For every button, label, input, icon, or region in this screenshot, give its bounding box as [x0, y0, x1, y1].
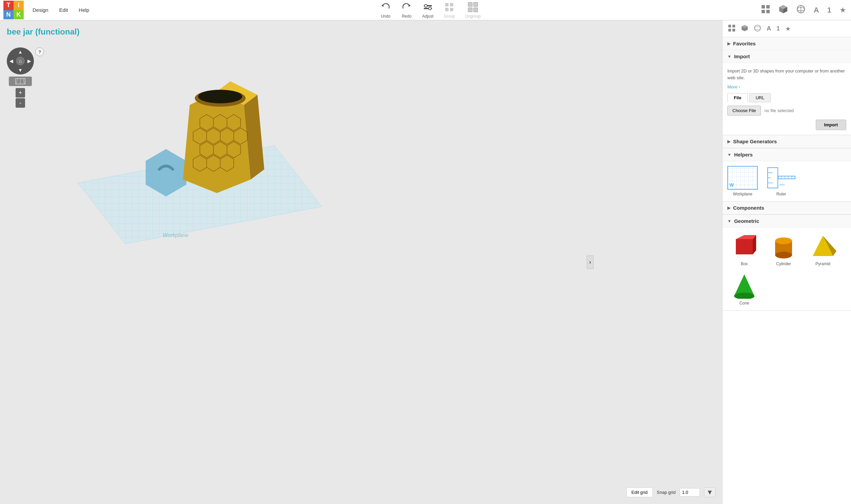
panel-star-btn[interactable]: ★	[784, 24, 792, 34]
panel-cube-icon-btn[interactable]	[740, 23, 750, 34]
choose-file-btn[interactable]: Choose File	[727, 106, 761, 115]
toolbar-center: Undo Redo Adjust	[101, 2, 759, 19]
import-tabs: File URL	[727, 93, 846, 102]
more-link[interactable]: More ›	[727, 84, 740, 89]
number-btn[interactable]: 1	[826, 4, 833, 16]
svg-marker-0	[381, 4, 383, 7]
nav-down[interactable]: ▼	[16, 65, 25, 74]
svg-marker-67	[736, 239, 753, 254]
ungroup-icon	[468, 2, 478, 13]
zoom-in-btn[interactable]: +	[16, 88, 25, 97]
panel-icons: A 1 ★	[723, 20, 851, 37]
design-menu-btn[interactable]: Design	[27, 4, 54, 16]
cylinder-shape[interactable]: Cylinder	[767, 232, 800, 266]
logo-i: I	[14, 1, 24, 10]
helpers-content: Workplane	[723, 161, 851, 201]
import-label: Import	[734, 54, 750, 59]
svg-rect-51	[728, 29, 731, 32]
panel-number-btn[interactable]: 1	[775, 24, 781, 34]
url-tab-btn[interactable]: URL	[749, 93, 771, 102]
ruler-thumbnail: mm	[766, 166, 796, 190]
geometric-arrow: ▼	[727, 219, 731, 223]
box-label: Box	[741, 262, 748, 266]
cylinder-icon	[768, 232, 799, 259]
perspective-btn[interactable]	[9, 76, 32, 86]
nav-up[interactable]: ▲	[16, 48, 25, 57]
group-button[interactable]: Group	[444, 2, 455, 19]
shape-generators-header[interactable]: ▶ Shape Generators	[723, 135, 851, 148]
adjust-button[interactable]: Adjust	[422, 2, 433, 19]
workplane-helper[interactable]: Workplane	[727, 166, 758, 196]
pyramid-shape[interactable]: Pyramid	[806, 232, 840, 266]
svg-rect-9	[450, 8, 453, 11]
svg-rect-49	[728, 25, 731, 28]
cone-shape[interactable]: Cone	[727, 272, 761, 306]
grid-view-btn[interactable]	[760, 3, 772, 17]
svg-text:mm: mm	[780, 183, 784, 186]
redo-button[interactable]: Redo	[401, 2, 412, 19]
box-shape[interactable]: Box	[727, 232, 761, 266]
font-btn[interactable]: A	[812, 4, 820, 16]
adjust-icon	[422, 2, 433, 13]
svg-rect-11	[474, 2, 478, 6]
import-description: Import 2D or 3D shapes from your compute…	[727, 68, 846, 81]
panel-grid-icon	[728, 24, 736, 32]
logo-k: K	[14, 10, 24, 20]
file-row: Choose File no file selected	[727, 106, 846, 115]
edit-grid-btn[interactable]: Edit grid	[627, 487, 653, 497]
nav-right[interactable]: ▶	[25, 57, 34, 66]
svg-rect-61	[778, 176, 795, 179]
import-section-header[interactable]: ▼ Import	[723, 50, 851, 63]
panel-cube-icon	[741, 24, 748, 32]
snap-grid-input[interactable]	[680, 488, 700, 497]
file-tab-btn[interactable]: File	[727, 93, 748, 102]
panel-collapse-btn[interactable]: ›	[587, 255, 594, 269]
pyramid-label: Pyramid	[815, 262, 830, 266]
help-menu-btn[interactable]: Help	[73, 4, 95, 16]
edit-menu-btn[interactable]: Edit	[54, 4, 73, 16]
workplane-thumbnail	[727, 166, 758, 190]
redo-icon	[401, 2, 412, 13]
orbit-control[interactable]: ▲ ◀ ⌂ ▶ ▼	[7, 48, 34, 74]
3d-view-btn[interactable]	[777, 3, 789, 17]
help-btn[interactable]: ?	[35, 48, 44, 56]
ungroup-button[interactable]: Ungroup	[465, 2, 481, 19]
canvas-area[interactable]: bee jar (functional) ▲ ◀ ⌂ ▶ ▼ ?	[0, 20, 722, 504]
zoom-out-btn[interactable]: -	[16, 98, 25, 108]
panel-grid-icon-btn[interactable]	[727, 23, 737, 34]
favorites-star-btn[interactable]: ★	[838, 4, 848, 16]
svg-line-27	[23, 78, 24, 84]
group-icon	[444, 2, 455, 13]
cube-icon	[779, 4, 788, 14]
favorites-section-header[interactable]: ▶ Favorites	[723, 37, 851, 50]
geometric-header[interactable]: ▼ Geometric	[723, 215, 851, 228]
cone-icon	[729, 272, 760, 299]
components-section: ▶ Components	[723, 201, 851, 215]
geometric-content: Box Cylinder Pyra	[723, 228, 851, 310]
components-header[interactable]: ▶ Components	[723, 201, 851, 214]
nav-home[interactable]: ⌂	[16, 57, 25, 66]
tinkercad-logo[interactable]: T I N K	[3, 1, 24, 19]
shape-generators-section: ▶ Shape Generators	[723, 135, 851, 148]
wire-view-btn[interactable]	[795, 3, 807, 17]
svg-point-71	[775, 237, 792, 244]
undo-icon	[380, 2, 391, 13]
workplane-label: Workplane	[163, 232, 189, 238]
topbar: T I N K Design Edit Help Undo Redo	[0, 0, 851, 20]
svg-rect-8	[445, 8, 449, 11]
panel-sphere-icon-btn[interactable]	[753, 23, 763, 34]
logo-n: N	[3, 10, 14, 20]
undo-button[interactable]: Undo	[380, 2, 391, 19]
panel-font-btn[interactable]: A	[765, 24, 773, 34]
svg-rect-16	[762, 10, 765, 13]
svg-point-4	[424, 4, 427, 7]
svg-line-25	[16, 78, 18, 84]
logo-t: T	[3, 1, 14, 10]
svg-rect-52	[732, 29, 735, 32]
import-action-btn[interactable]: Import	[816, 120, 846, 130]
favorites-arrow: ▶	[727, 41, 730, 46]
snap-dropdown-btn[interactable]: ▼	[704, 487, 716, 497]
ruler-helper[interactable]: mm Ruler	[766, 166, 796, 196]
helpers-header[interactable]: ▼ Helpers	[723, 148, 851, 161]
nav-left[interactable]: ◀	[7, 57, 16, 66]
